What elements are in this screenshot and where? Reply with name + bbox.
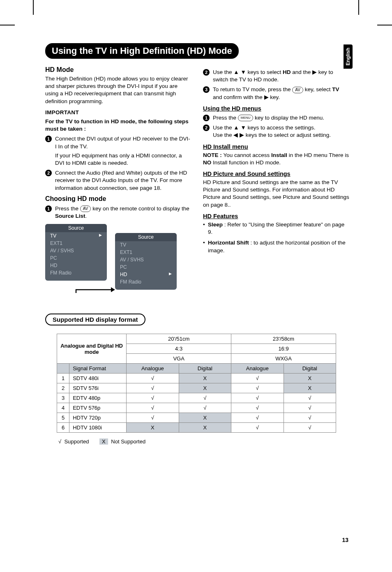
table-row: 1SDTV 480i √X √X <box>57 374 336 383</box>
col-analogue: Analogue <box>231 364 284 374</box>
choose-step-1: 1 Press the AV key on the remote control… <box>45 205 191 220</box>
av-key-icon: AV <box>80 205 91 212</box>
using-hd-menus-heading: Using the HD menus <box>203 105 349 112</box>
col-digital: Digital <box>284 364 336 374</box>
table-res-1: VGA <box>127 354 231 364</box>
table-row-header: Analogue and Digital HD mode <box>57 334 127 364</box>
step-1: 1 Connect the DVI output of your HD rece… <box>45 135 191 167</box>
table-row: 6HDTV 1080i XX √√ <box>57 423 336 433</box>
source-item: AV / SVHS <box>45 247 107 254</box>
supported-hd-format-heading: Supported HD display format <box>45 314 145 325</box>
r-step2-bold: HD <box>283 69 291 75</box>
source-item-hd: HD▶ <box>115 271 177 278</box>
feature-hshift: Horizontal Shift : to adjust the horizon… <box>203 239 349 254</box>
legend-check-icon: √ <box>58 438 61 445</box>
r-step2-post: switch the TV to HD mode. <box>213 76 279 83</box>
step2-text: Connect the Audio (Red and White) output… <box>55 169 191 192</box>
triangle-right-icon: ▶ <box>99 233 102 237</box>
menu-key-icon: MENU <box>238 115 254 121</box>
source-item: EXT1 <box>115 249 177 256</box>
r-step3-bold: TV <box>332 86 339 92</box>
important-heading: IMPORTANT <box>45 109 191 115</box>
source-diagram: Source TV▶ EXT1 AV / SVHS PC HD FM Radio… <box>45 224 191 306</box>
step1-line-a: Connect the DVI output of your HD receiv… <box>55 135 191 150</box>
table-size-1: 20'/51cm <box>127 334 231 344</box>
right-step-2: 2 Use the ▲ ▼ keys to select HD and the … <box>203 69 349 83</box>
legend: √ Supported X Not Supported <box>58 438 349 445</box>
hdmenu1-pre: Press the <box>213 115 238 121</box>
r-step3-pre: To return to TV mode, press the <box>213 86 292 92</box>
av-key-icon: AV <box>292 87 303 93</box>
right-step-3: 3 To return to TV mode, press the AV key… <box>203 86 349 101</box>
hdmenu2b: Use the ◀ ▶ keys the to select or adjust… <box>213 131 349 139</box>
hd-pic-sound-para: HD Picture and Sound settings are the sa… <box>203 179 349 209</box>
source-panel-left: Source TV▶ EXT1 AV / SVHS PC HD FM Radio <box>45 224 107 281</box>
r-step3-mid: key, select <box>303 86 332 92</box>
source-item: HD <box>45 262 107 269</box>
table-ar-1: 4:3 <box>127 344 231 354</box>
choose-step1-post: key on the remote control to display the <box>91 205 189 212</box>
col-digital: Digital <box>179 364 231 374</box>
arrow-icon <box>74 286 115 294</box>
r-step3-post: and confirm with the ▶ key. <box>213 94 280 100</box>
legend-supported: Supported <box>64 438 89 445</box>
hd-mode-heading: HD Mode <box>45 66 191 74</box>
table-row: 3EDTV 480p √√ √√ <box>57 393 336 403</box>
col-signal-format: Signal Format <box>69 364 127 374</box>
legend-x-icon: X <box>99 438 108 445</box>
source-panel-right: Source TV EXT1 AV / SVHS PC HD▶ FM Radio <box>115 233 177 290</box>
choose-step-1-icon: 1 <box>45 205 52 212</box>
right-column: 2 Use the ▲ ▼ keys to select HD and the … <box>203 63 349 306</box>
source-item: PC <box>45 254 107 262</box>
step-2: 2 Connect the Audio (Red and White) outp… <box>45 169 191 192</box>
table-row: 2SDTV 576i √X √X <box>57 383 336 393</box>
table-row: 4EDTV 576p √√ √√ <box>57 403 336 413</box>
important-intro: For the TV to function in HD mode, the f… <box>45 118 191 133</box>
table-size-2: 23'/58cm <box>231 334 336 344</box>
table-row: 5HDTV 720p √X √√ <box>57 413 336 423</box>
col-analogue: Analogue <box>127 364 179 374</box>
hd-install-note: NOTE : You cannot access Install in the … <box>203 152 349 166</box>
source-panel-header: Source <box>45 224 107 232</box>
hdmenu1-post: key to display the HD menu. <box>253 115 324 121</box>
step-number-2-icon: 2 <box>203 69 210 76</box>
triangle-right-icon: ▶ <box>169 272 172 276</box>
choose-step1-end: . <box>85 213 87 219</box>
source-item: AV / SVHS <box>115 256 177 263</box>
hdmenu-step-1: 1 Press the MENU key to display the HD m… <box>203 114 349 122</box>
choosing-hd-heading: Choosing HD mode <box>45 195 191 203</box>
section-title-bar: Using the TV in High Definition (HD) Mod… <box>45 43 239 59</box>
hd-mode-paragraph: The High Definition (HD) mode allows you… <box>45 75 191 105</box>
source-item: EXT1 <box>45 240 107 247</box>
legend-not-supported: Not Supported <box>111 438 145 445</box>
hd-format-table: Analogue and Digital HD mode 20'/51cm 23… <box>57 334 336 433</box>
hdmenu-step-2: 2 Use the ▲ ▼ keys to access the setting… <box>203 124 349 139</box>
step-number-2-icon: 2 <box>203 125 210 131</box>
choose-step1-pre: Press the <box>55 205 80 212</box>
step-number-2-icon: 2 <box>45 170 52 176</box>
table-res-2: WXGA <box>231 354 336 364</box>
source-item: TV <box>115 241 177 249</box>
source-item: PC <box>115 263 177 271</box>
step1-line-b: If your HD equipment has only a HDMI con… <box>55 152 191 167</box>
hd-pic-sound-heading: HD Picture and Sound settings <box>203 171 349 177</box>
hdmenu2a: Use the ▲ ▼ keys to access the settings. <box>213 124 349 131</box>
left-column: HD Mode The High Definition (HD) mode al… <box>45 63 191 306</box>
source-item-tv: TV▶ <box>45 232 107 240</box>
r-step2-mid: and the ▶ key to <box>291 69 333 75</box>
source-item: FM Radio <box>45 269 107 277</box>
feature-sleep: Sleep : Refer to "Using the Sleeptimer f… <box>203 221 349 236</box>
step-number-1-icon: 1 <box>45 136 52 142</box>
hd-install-heading: HD Install menu <box>203 143 349 150</box>
step-number-1-icon: 1 <box>203 115 210 121</box>
r-step2-pre: Use the ▲ ▼ keys to select <box>213 69 283 75</box>
table-ar-2: 16:9 <box>231 344 336 354</box>
choose-step1-bold: Source List <box>55 213 85 219</box>
source-panel-header: Source <box>115 233 177 241</box>
page-number: 13 <box>342 537 348 543</box>
step-number-3-icon: 3 <box>203 86 210 93</box>
hd-features-heading: HD Features <box>203 213 349 219</box>
page-content: Using the TV in High Definition (HD) Mod… <box>45 43 349 445</box>
source-item: FM Radio <box>115 278 177 286</box>
